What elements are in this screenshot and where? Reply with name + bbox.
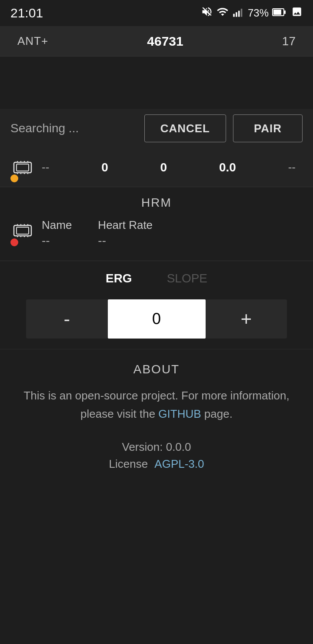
ant-header: ANT+ 46731 17 <box>0 26 313 57</box>
decrement-button[interactable]: - <box>26 299 108 339</box>
signal-icon <box>232 6 244 20</box>
about-version: Version: 0.0.0 <box>17 440 296 454</box>
dev1-val4: 0.0 <box>219 161 236 174</box>
status-bar: 21:01 73% <box>0 0 313 26</box>
increment-button[interactable]: + <box>206 299 287 339</box>
hrm-data: Name -- Heart Rate -- <box>42 218 303 248</box>
status-icons: 73% <box>201 6 303 20</box>
ant-count: 17 <box>282 34 296 48</box>
red-dot <box>10 238 18 246</box>
dev1-val3: 0 <box>160 161 167 174</box>
svg-rect-8 <box>17 164 29 171</box>
stepper-row: - 0 + <box>0 299 313 339</box>
battery-text: 73% <box>248 7 269 19</box>
about-section: ABOUT This is an open-source project. Fo… <box>0 349 313 484</box>
about-title: ABOUT <box>17 362 296 376</box>
svg-rect-18 <box>17 227 29 234</box>
svg-rect-3 <box>241 9 243 17</box>
hrm-heart-rate-value: -- <box>98 234 153 248</box>
erg-tab[interactable]: ERG <box>106 272 132 287</box>
mute-icon <box>201 6 213 20</box>
battery-icon <box>272 7 286 19</box>
svg-rect-0 <box>233 14 235 17</box>
svg-rect-2 <box>238 11 240 17</box>
dev1-val1: -- <box>42 161 49 174</box>
license-label: License <box>109 457 148 470</box>
hrm-title: HRM <box>0 196 313 210</box>
svg-rect-1 <box>236 12 237 17</box>
device-row-1: -- 0 0 0.0 -- <box>0 148 313 187</box>
dev1-val2: 0 <box>101 161 108 174</box>
stepper-value: 0 <box>108 299 206 339</box>
hrm-device-icon <box>10 218 35 243</box>
svg-rect-5 <box>273 10 281 15</box>
license-link[interactable]: AGPL-3.0 <box>154 457 204 470</box>
ant-label: ANT+ <box>17 34 48 48</box>
hrm-heart-rate-label: Heart Rate <box>98 218 153 232</box>
yellow-dot <box>10 174 18 182</box>
about-description: This is an open-source project. For more… <box>17 387 296 423</box>
hrm-name-label: Name <box>42 218 72 232</box>
status-time: 21:01 <box>10 6 43 20</box>
searching-text: Searching ... <box>10 121 137 135</box>
mode-tabs: ERG SLOPE <box>0 272 313 287</box>
cancel-button[interactable]: CANCEL <box>144 114 226 142</box>
device-icon-1 <box>10 155 35 180</box>
pair-button[interactable]: PAIR <box>233 114 303 142</box>
hrm-name-value: -- <box>42 234 72 248</box>
image-icon <box>291 6 303 20</box>
wifi-icon <box>216 6 229 20</box>
hrm-name-field: Name -- <box>42 218 72 248</box>
dev1-val5: -- <box>288 161 296 174</box>
svg-rect-6 <box>284 10 286 14</box>
device-data-1: -- 0 0 0.0 -- <box>42 161 303 174</box>
hrm-heart-rate-field: Heart Rate -- <box>98 218 153 248</box>
about-license: License AGPL-3.0 <box>17 457 296 471</box>
hrm-row: Name -- Heart Rate -- <box>0 218 313 248</box>
github-link[interactable]: GITHUB <box>158 407 201 420</box>
mode-section: ERG SLOPE - 0 + <box>0 261 313 349</box>
hrm-section: HRM Name -- Heart Rate <box>0 187 313 261</box>
slope-tab[interactable]: SLOPE <box>167 272 207 287</box>
ant-device-id: 46731 <box>147 34 183 49</box>
search-row: Searching ... CANCEL PAIR <box>0 109 313 148</box>
